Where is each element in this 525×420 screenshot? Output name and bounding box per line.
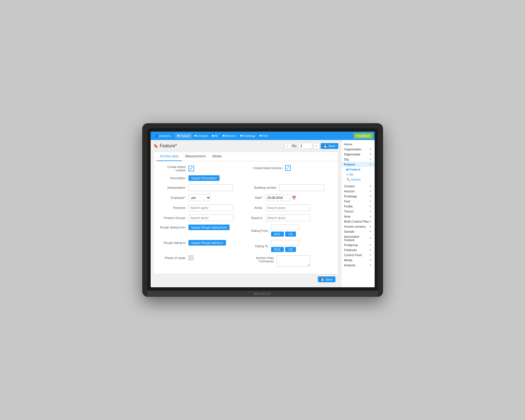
sidebar-item-trench[interactable]: Trench▼ bbox=[341, 209, 375, 214]
nav-feature[interactable]: Feature bbox=[175, 133, 192, 139]
create-linked-context-checkbox[interactable] bbox=[188, 166, 194, 171]
equal-to-input[interactable] bbox=[265, 214, 310, 221]
sidebar-item-human-remains[interactable]: Human remains▼ bbox=[341, 224, 375, 229]
nav-context[interactable]: Context bbox=[192, 133, 210, 139]
employee-area: Employee* pol bbox=[158, 194, 243, 201]
supply-rough-dating-from-button[interactable]: Supply Rough dating from bbox=[188, 225, 230, 230]
dating-to-area: Dating To BCE CE bbox=[243, 240, 334, 252]
rough-dating-to-area: Rough dating to Supply Rough dating to bbox=[158, 240, 243, 246]
find-dot-icon bbox=[260, 135, 261, 137]
rough-dating-from-area: Rough dating from Supply Rough dating fr… bbox=[158, 225, 243, 230]
sidebar-item-findsbag[interactable]: Findsbag▼ bbox=[341, 194, 375, 199]
header-save-button[interactable]: 💾 Save bbox=[321, 143, 338, 149]
trench-arrow: ▼ bbox=[369, 210, 372, 213]
hr-arrow: ▼ bbox=[369, 225, 372, 228]
sidebar-item-multi-context-plan[interactable]: Multi Context Plan▼ bbox=[341, 219, 375, 224]
feature-groups-input[interactable] bbox=[188, 214, 233, 221]
dating-to-input[interactable] bbox=[271, 240, 299, 246]
dating-to-bce-button[interactable]: BCE bbox=[271, 247, 284, 252]
prev-button[interactable]: ‹ bbox=[285, 143, 291, 149]
page-title-area: 🔖 Feature* bbox=[153, 143, 177, 148]
sidebar-item-media[interactable]: Media▼ bbox=[341, 258, 375, 263]
date-input[interactable] bbox=[265, 194, 291, 201]
nav-findsbag[interactable]: Findsbag bbox=[238, 133, 257, 139]
building-number-input[interactable] bbox=[279, 184, 324, 191]
sidebar-item-sample[interactable]: Sample▼ bbox=[341, 229, 375, 234]
form-body: Create linked context Create linked hori… bbox=[154, 161, 338, 274]
sidebar-subitem-ae[interactable]: AE bbox=[341, 172, 375, 177]
bottom-save-icon: 💾 bbox=[321, 277, 325, 281]
tab-measurement[interactable]: Measurement bbox=[182, 152, 209, 161]
sidebar-subitem-search[interactable]: 🔍 Search bbox=[341, 177, 375, 182]
interpretation-input[interactable] bbox=[188, 184, 233, 191]
sidebar-item-analysis[interactable]: Analysis▼ bbox=[341, 263, 375, 268]
sidebar-item-area[interactable]: Area▼ bbox=[341, 214, 375, 219]
description-area: Description Supply Description bbox=[158, 175, 246, 181]
sidebar-item-find[interactable]: Find▼ bbox=[341, 199, 375, 204]
feature-groups-area: Feature Groups bbox=[158, 214, 243, 221]
topbar-user[interactable]: 👤 policenv... bbox=[152, 133, 175, 139]
calendar-icon[interactable]: 📅 bbox=[292, 196, 296, 200]
sidebar-item-organisation[interactable]: Organisation▼ bbox=[341, 147, 375, 152]
no-label: No. bbox=[292, 144, 297, 148]
bottom-save-button[interactable]: 💾 Save bbox=[318, 276, 335, 282]
profile-arrow: ▼ bbox=[369, 205, 372, 208]
sidebar-item-associated-feature[interactable]: Associated Feature▼ bbox=[341, 234, 375, 242]
sidebar-item-digtemplate[interactable]: Digtemplate▼ bbox=[341, 152, 375, 157]
employee-select[interactable]: pol bbox=[188, 194, 211, 201]
feedback-button[interactable]: Feedback bbox=[354, 133, 373, 139]
page-title-icon: 🔖 bbox=[153, 144, 158, 148]
sidebar-item-dig[interactable]: Dig▼ bbox=[341, 157, 375, 162]
laptop-base: MacBook bbox=[147, 291, 378, 297]
trenches-row: Trenches Areas bbox=[158, 204, 334, 211]
digtemplate-arrow: ▼ bbox=[369, 153, 372, 156]
employee-row: Employee* pol Date* 📅 bbox=[158, 194, 334, 201]
next-button[interactable]: › bbox=[313, 143, 319, 149]
macbook-label: MacBook bbox=[254, 292, 271, 295]
find-arrow: ▼ bbox=[369, 200, 372, 203]
trenches-input[interactable] bbox=[188, 204, 233, 211]
areas-area: Areas bbox=[243, 204, 334, 211]
dating-from-ce-button[interactable]: CE bbox=[285, 232, 296, 237]
nav-find[interactable]: Find bbox=[257, 133, 270, 139]
sidebar-item-context[interactable]: Context▼ bbox=[341, 184, 375, 189]
supply-description-button[interactable]: Supply Description bbox=[188, 175, 220, 181]
dating-to-ce-button[interactable]: CE bbox=[285, 247, 296, 252]
dating-from-bce-button[interactable]: BCE bbox=[271, 232, 284, 237]
sidebar-item-fieldnote[interactable]: Fieldnote▼ bbox=[341, 248, 375, 253]
sidebar-item-profile[interactable]: Profile▼ bbox=[341, 204, 375, 209]
sidebar-item-control-point[interactable]: Control Point▼ bbox=[341, 253, 375, 258]
no-input[interactable] bbox=[298, 143, 312, 149]
sidebar-item-horizon[interactable]: Horizon▼ bbox=[341, 189, 375, 194]
interpretation-area: Interpretation bbox=[158, 184, 243, 191]
areas-input[interactable] bbox=[265, 204, 310, 211]
organisation-arrow: ▼ bbox=[369, 148, 372, 151]
user-icon: 👤 bbox=[155, 134, 158, 138]
tab-media[interactable]: Media bbox=[209, 152, 225, 161]
phase-of-repair-checkbox[interactable] bbox=[188, 255, 193, 260]
sidebar-item-findgroup[interactable]: Findgroup▼ bbox=[341, 242, 375, 248]
nav-horizon[interactable]: Horizon bbox=[221, 133, 238, 139]
dating-from-input[interactable] bbox=[271, 225, 299, 230]
dating-from-label: Dating From bbox=[249, 229, 271, 232]
area-arrow: ▼ bbox=[369, 215, 372, 218]
nav-ae[interactable]: AE bbox=[210, 133, 221, 139]
archive-comments-textarea[interactable] bbox=[277, 255, 310, 267]
sidebar-item-feature[interactable]: Feature▼ bbox=[341, 162, 375, 167]
dating-from-section: BCE CE bbox=[271, 225, 299, 237]
findsbag-arrow: ▼ bbox=[369, 195, 372, 198]
interpretation-label: Interpretation bbox=[158, 186, 188, 189]
dating-from-bce-ce: BCE CE bbox=[271, 232, 299, 237]
rough-dating-to-row: Rough dating to Supply Rough dating to D… bbox=[158, 240, 334, 252]
user-label: policenv... bbox=[159, 134, 173, 137]
description-row: Description Supply Description bbox=[158, 175, 334, 181]
sidebar-subitem-feature[interactable]: Feature bbox=[341, 167, 375, 172]
supply-rough-dating-to-button[interactable]: Supply Rough dating to bbox=[188, 240, 226, 246]
sidebar-item-home[interactable]: Home bbox=[341, 142, 375, 147]
create-linked-horizon-checkbox[interactable] bbox=[285, 165, 291, 171]
tab-archive-data[interactable]: Archive data bbox=[157, 152, 182, 161]
page-nav: ‹ No. › 💾 Save bbox=[285, 143, 338, 149]
cp-arrow: ▼ bbox=[369, 254, 372, 256]
dating-from-area: Dating From BCE CE bbox=[243, 225, 334, 237]
create-linked-context-area: Create linked context bbox=[158, 165, 243, 172]
